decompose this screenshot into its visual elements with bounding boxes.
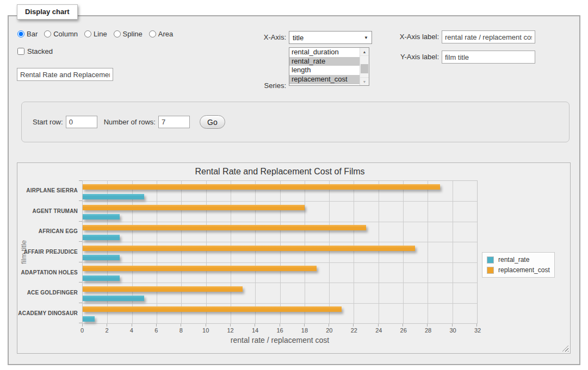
x-tick-mark — [304, 324, 305, 327]
radio-area[interactable] — [149, 30, 156, 37]
x-tick-label: 20 — [326, 327, 332, 334]
category-label: ACE GOLDFINGER — [17, 290, 78, 296]
x-tick-label: 16 — [276, 327, 283, 334]
y-tick-mark — [79, 303, 82, 303]
radio-line[interactable] — [84, 30, 91, 37]
chart-legend: rental_ratereplacement_cost — [482, 252, 555, 278]
y-axis-label-input[interactable] — [442, 51, 535, 64]
x-tick-label: 8 — [180, 327, 183, 334]
x-tick-label: 0 — [81, 327, 84, 334]
stacked-label: Stacked — [27, 47, 53, 55]
rental_rate-bar — [83, 316, 95, 322]
x-axis-selected-value: title — [293, 34, 304, 42]
series-option-replacement_cost[interactable]: replacement_cost — [289, 75, 360, 84]
stacked-row: Stacked — [17, 47, 53, 55]
replacement_cost-bar — [83, 286, 243, 292]
rental_rate-bar — [83, 194, 144, 199]
bar-group-african-egg — [83, 222, 477, 242]
replacement_cost-bar — [83, 266, 317, 271]
y-tick-mark — [79, 180, 82, 181]
x-tick-label: 30 — [449, 327, 456, 334]
bar-group-agent-truman — [83, 201, 477, 221]
replacement_cost-bar — [83, 184, 440, 190]
y-tick-mark — [79, 241, 82, 242]
replacement_cost-bar — [83, 225, 366, 230]
y-tick-mark — [79, 262, 82, 262]
legend-label: replacement_cost — [498, 266, 550, 274]
panel-title: Display chart — [17, 4, 78, 20]
x-tick-mark — [107, 324, 107, 327]
x-tick-label: 6 — [154, 327, 158, 334]
rental_rate-bar — [83, 296, 144, 301]
rental_rate-bar — [83, 275, 120, 281]
chart-type-radio-spline[interactable]: Spline — [114, 30, 143, 38]
rental_rate-bar — [83, 214, 120, 220]
category-label: ACADEMY DINOSAUR — [17, 310, 78, 316]
display-chart-panel: Display chart BarColumnLineSplineArea St… — [8, 15, 580, 365]
chart-type-radio-line[interactable]: Line — [84, 30, 107, 38]
y-axis-label-label: Y-Axis label: — [388, 53, 439, 61]
x-tick-mark — [452, 324, 453, 327]
series-listbox[interactable]: rental_durationrental_ratelengthreplacem… — [289, 47, 369, 86]
radio-bar[interactable] — [17, 30, 24, 37]
series-option-rental_rate[interactable]: rental_rate — [289, 57, 360, 66]
stacked-checkbox[interactable] — [17, 48, 24, 55]
x-tick-label: 22 — [351, 327, 357, 334]
series-listbox-label: Series: — [240, 81, 286, 90]
series-scrollbar[interactable]: ▲ ▼ — [360, 48, 369, 85]
x-tick-label: 12 — [227, 327, 234, 334]
scroll-down-icon[interactable]: ▼ — [360, 77, 369, 85]
x-tick-mark — [206, 324, 206, 327]
x-tick-label: 10 — [202, 327, 209, 334]
x-tick-label: 18 — [301, 327, 308, 334]
x-axis-label-input[interactable] — [442, 30, 535, 43]
x-tick-mark — [427, 324, 428, 327]
y-tick-mark — [79, 282, 82, 283]
chart-type-radio-column[interactable]: Column — [44, 30, 78, 38]
x-axis-select-label: X-Axis: — [240, 33, 286, 41]
start-row-label: Start row: — [33, 118, 63, 126]
x-tick-label: 4 — [130, 327, 133, 334]
radio-label: Area — [158, 30, 173, 38]
y-tick-mark — [79, 323, 82, 323]
rental_rate-bar — [83, 235, 120, 240]
chart-type-radio-area[interactable]: Area — [149, 30, 173, 38]
start-row-input[interactable] — [66, 116, 97, 128]
legend-item-rental_rate: rental_rate — [487, 256, 550, 264]
series-option-length[interactable]: length — [289, 66, 360, 75]
chart-type-radio-bar[interactable]: Bar — [17, 30, 38, 38]
chart-title: Rental Rate and Replacement Cost of Film… — [82, 167, 478, 177]
legend-swatch — [487, 267, 494, 274]
replacement_cost-bar — [83, 306, 342, 312]
x-tick-label: 26 — [400, 327, 407, 334]
x-tick-mark — [353, 324, 354, 327]
rental_rate-bar — [83, 255, 120, 260]
num-rows-input[interactable] — [158, 116, 190, 128]
scrollbar-thumb[interactable] — [361, 64, 368, 73]
x-axis-select[interactable]: title ▼ — [289, 31, 372, 44]
category-label: AFFAIR PREJUDICE — [17, 249, 78, 255]
series-option-rental_duration[interactable]: rental_duration — [289, 48, 360, 57]
legend-item-replacement_cost: replacement_cost — [487, 266, 550, 274]
legend-swatch — [487, 256, 494, 264]
chart-title-input[interactable] — [17, 68, 113, 81]
category-label: AFRICAN EGG — [17, 228, 78, 234]
y-tick-mark — [79, 200, 82, 201]
replacement_cost-bar — [83, 246, 415, 251]
scroll-up-icon[interactable]: ▲ — [360, 48, 369, 56]
replacement_cost-bar — [83, 205, 305, 210]
go-button[interactable]: Go — [200, 115, 225, 129]
x-tick-mark — [280, 324, 280, 327]
x-tick-label: 32 — [474, 327, 481, 334]
bar-group-airplane-sierra — [83, 181, 477, 201]
radio-spline[interactable] — [114, 30, 121, 37]
num-rows-label: Number of rows: — [104, 118, 156, 126]
category-labels: AIRPLANE SIERRAAGENT TRUMANAFRICAN EGGAF… — [17, 180, 78, 324]
radio-column[interactable] — [44, 30, 51, 37]
resize-grip-icon[interactable] — [562, 346, 568, 352]
x-tick-mark — [132, 324, 132, 327]
x-tick-mark — [378, 324, 379, 327]
bar-group-adaptation-holes — [83, 262, 477, 283]
x-tick-mark — [403, 324, 403, 327]
x-tick-mark — [156, 324, 157, 327]
